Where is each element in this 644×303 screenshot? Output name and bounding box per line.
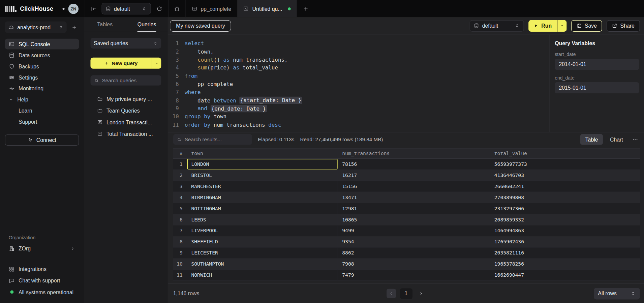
table-cell[interactable]: LEICESTER	[187, 248, 338, 259]
saved-query-folder[interactable]: Team Queries	[90, 105, 161, 116]
next-page-button[interactable]	[417, 289, 426, 298]
editor-database-selector[interactable]: default	[470, 20, 524, 31]
code-line[interactable]: date between {start_date: Date }	[185, 96, 302, 104]
table-cell[interactable]: 9499	[338, 225, 490, 236]
code-line[interactable]: sum(price) as total_value	[185, 64, 302, 72]
table-cell[interactable]: 1765902436	[490, 237, 640, 247]
tab-pp-complete[interactable]: pp_complete	[186, 0, 238, 17]
saved-query-tab[interactable]: My new saved query	[170, 20, 231, 31]
code-line[interactable]: group by town	[185, 113, 302, 121]
share-button[interactable]: Share	[607, 20, 640, 31]
organization-selector[interactable]: ZOrg	[5, 243, 79, 254]
code-line[interactable]: from	[185, 72, 302, 80]
tab-tables[interactable]: Tables	[84, 17, 126, 32]
code-line[interactable]: where	[185, 88, 302, 96]
code-line[interactable]: town,	[185, 48, 302, 56]
saved-queries-dropdown[interactable]: Saved queries	[90, 38, 161, 49]
table-cell[interactable]: 15156	[338, 181, 490, 192]
code-line[interactable]: select	[185, 39, 302, 48]
table-cell[interactable]: SOUTHAMPTON	[187, 259, 338, 270]
sidebar-item-system-status[interactable]: All systems operational	[5, 287, 79, 298]
run-options-dropdown[interactable]	[557, 20, 566, 31]
saved-query-item[interactable]: Total Transaction ...	[90, 128, 161, 139]
prev-page-button[interactable]	[386, 289, 396, 298]
table-cell[interactable]: 2313297306	[490, 203, 640, 214]
table-cell[interactable]: 1464994863	[490, 225, 640, 236]
table-cell[interactable]: MANCHESTER	[187, 181, 338, 192]
sidebar-item-backups[interactable]: Backups	[5, 61, 79, 72]
table-cell[interactable]: BRISTOL	[187, 170, 338, 181]
sidebar-item-sql-console[interactable]: SQL Console	[5, 39, 79, 50]
sidebar-item-chat-support[interactable]: Chat with support	[5, 275, 79, 286]
table-cell[interactable]: NOTTINGHAM	[187, 203, 338, 214]
table-cell[interactable]: 2703899808	[490, 192, 640, 203]
topbar-database-selector[interactable]: default	[101, 3, 151, 14]
connect-button[interactable]: Connect	[5, 134, 79, 146]
query-search[interactable]	[90, 75, 161, 86]
table-cell[interactable]: 13471	[338, 192, 490, 203]
table-cell[interactable]: 16217	[338, 170, 490, 181]
table-cell[interactable]: 7479	[338, 270, 490, 281]
start-date-input[interactable]	[559, 61, 635, 67]
home-tab[interactable]	[168, 0, 186, 17]
page-size-selector[interactable]: All rows	[594, 288, 640, 299]
table-cell[interactable]: 2660602241	[490, 181, 640, 192]
saved-query-folder[interactable]: My private query ...	[90, 94, 161, 104]
end-date-input[interactable]	[559, 85, 635, 91]
service-selector[interactable]: analytics-prod	[5, 21, 67, 33]
new-query-dropdown-button[interactable]	[152, 58, 161, 69]
collapse-sidebar-button[interactable]	[88, 4, 98, 13]
table-cell[interactable]: 2035821116	[490, 248, 640, 259]
new-query-button[interactable]: New query	[90, 58, 152, 69]
table-cell[interactable]: 56593977373	[490, 159, 640, 170]
table-cell[interactable]: NORWICH	[187, 270, 338, 281]
column-header-town[interactable]: town	[187, 149, 338, 158]
start-date-field[interactable]	[555, 59, 639, 70]
refresh-button[interactable]	[154, 4, 164, 13]
table-cell[interactable]: 1662690447	[490, 270, 640, 281]
column-header-num-transactions[interactable]: num_transactions	[338, 149, 490, 158]
table-cell[interactable]: 9354	[338, 237, 490, 247]
sql-code[interactable]: select town, count() as num_transactions…	[185, 39, 302, 132]
current-page[interactable]: 1	[400, 288, 412, 299]
results-search[interactable]	[173, 134, 252, 145]
results-search-input[interactable]	[185, 137, 248, 142]
sidebar-item-settings[interactable]: Settings	[5, 72, 79, 83]
sidebar-item-support[interactable]: Support	[5, 116, 79, 127]
sidebar-item-help[interactable]: Help	[5, 94, 79, 105]
table-cell[interactable]: BIRMINGHAM	[187, 192, 338, 203]
new-tab-button[interactable]	[297, 0, 314, 17]
sidebar-item-monitoring[interactable]: Monitoring	[5, 83, 79, 94]
column-header-total-value[interactable]: total_value	[490, 149, 640, 158]
save-button[interactable]: Save	[571, 20, 602, 31]
table-cell[interactable]: LEEDS	[187, 214, 338, 225]
tab-queries[interactable]: Queries	[126, 17, 167, 32]
end-date-field[interactable]	[555, 82, 639, 93]
results-more-button[interactable]	[630, 134, 640, 144]
run-button[interactable]: Run	[529, 20, 557, 31]
query-search-input[interactable]	[102, 78, 158, 83]
code-line[interactable]: order by num_transactions desc	[185, 121, 302, 129]
table-cell[interactable]: LONDON	[187, 159, 338, 170]
table-cell[interactable]: 78156	[338, 159, 490, 170]
sidebar-item-data-sources[interactable]: Data sources	[5, 50, 79, 61]
code-line[interactable]: count() as num_transactions,	[185, 56, 302, 64]
saved-query-item[interactable]: London Transacti...	[90, 117, 161, 128]
sidebar-item-integrations[interactable]: Integrations	[5, 264, 79, 274]
table-cell[interactable]: 10865	[338, 214, 490, 225]
table-cell[interactable]: LIVERPOOL	[187, 225, 338, 236]
table-cell[interactable]: 2089859332	[490, 214, 640, 225]
code-line[interactable]: and {end_date: Date }	[185, 104, 302, 113]
table-cell[interactable]: 4136446703	[490, 170, 640, 181]
sidebar-item-learn[interactable]: Learn	[5, 105, 79, 116]
user-avatar[interactable]: ZN	[68, 3, 79, 14]
tab-untitled-query[interactable]: Untitled qu...	[238, 0, 297, 17]
view-table-button[interactable]: Table	[580, 134, 603, 145]
view-chart-button[interactable]: Chart	[605, 134, 628, 145]
add-service-button[interactable]	[69, 22, 79, 32]
table-cell[interactable]: 8862	[338, 248, 490, 259]
table-cell[interactable]: 12981	[338, 203, 490, 214]
table-cell[interactable]: 1965378256	[490, 259, 640, 270]
table-cell[interactable]: 7908	[338, 259, 490, 270]
code-line[interactable]: pp_complete	[185, 80, 302, 88]
